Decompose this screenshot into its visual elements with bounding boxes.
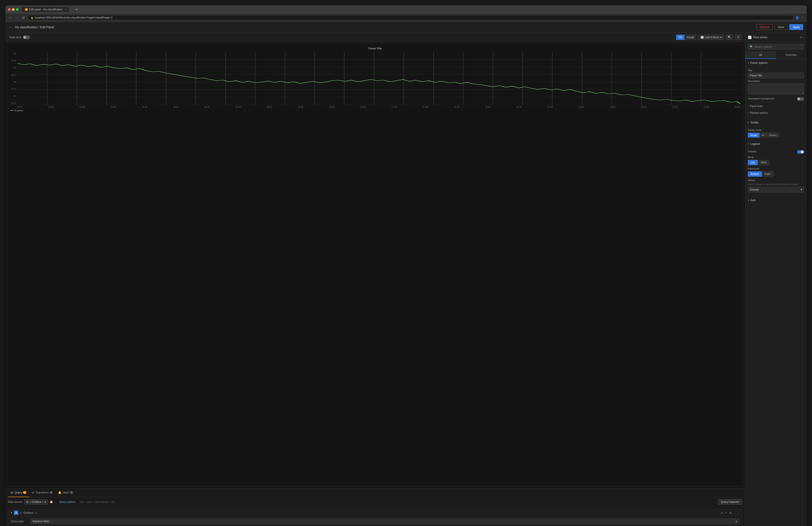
header-actions: Discard Save Apply	[756, 24, 803, 30]
actual-btn[interactable]: Actual	[684, 35, 696, 40]
transparent-bg-toggle[interactable]	[797, 97, 804, 101]
legend-values-select[interactable]: Choose ▾	[748, 187, 804, 193]
tooltip-mode-label: Tooltip mode	[748, 129, 804, 131]
discard-button[interactable]: Discard	[756, 24, 773, 30]
menu-icon[interactable]: ⋮	[801, 16, 804, 19]
toggle-visibility-btn[interactable]: 👁	[724, 511, 727, 515]
time-range-picker[interactable]: 🕐 Last 6 hours ▾	[698, 35, 724, 40]
panel-links-header[interactable]: › Panel links	[748, 103, 804, 110]
title-field: Title	[748, 69, 804, 79]
query-area: ⊟ Query 1 ⇄ Transform 0 🔔 A	[5, 488, 745, 526]
query-row-a-header: ▾ A (-- Grafana --) ⧉ 👁 🗑 ⋮⋮	[8, 509, 742, 517]
drag-query-btn[interactable]: ⋮⋮	[733, 511, 739, 515]
browser-tab[interactable]: 🟠 Edit panel - Iris classification ×	[22, 7, 69, 12]
datasource-select[interactable]: ⊟ -- Grafana -- ▾	[24, 499, 48, 504]
dot-red[interactable]	[8, 8, 11, 11]
panel-area: Table view Fill Actual 🕐 Last 6 hours ▾	[5, 32, 745, 526]
query-row-a: ▾ A (-- Grafana --) ⧉ 👁 🗑 ⋮⋮	[8, 509, 742, 526]
tab-query[interactable]: ⊟ Query 1	[8, 488, 29, 497]
legend-title: Legend	[750, 142, 760, 145]
repeat-options-header[interactable]: › Repeat options	[748, 110, 804, 116]
table-view-toggle[interactable]	[23, 35, 30, 39]
legend-values-placeholder: Choose	[750, 188, 759, 191]
legend-body: Visibility Mode List Table	[745, 148, 807, 196]
query-row-actions: ⧉ 👁 🗑 ⋮⋮	[721, 511, 739, 515]
profile-icon[interactable]: 👤	[795, 16, 799, 19]
legend-values-label: Values	[748, 179, 804, 182]
query-inspector-btn[interactable]: Query inspector	[718, 499, 742, 505]
query-tabs: ⊟ Query 1 ⇄ Transform 0 🔔 A	[5, 488, 745, 497]
delete-query-btn[interactable]: 🗑	[729, 511, 732, 515]
x-18-15: 18:15	[17, 106, 23, 108]
legend-bottom-btn[interactable]: Bottom	[748, 171, 762, 177]
legend-table-btn[interactable]: Table	[758, 160, 770, 165]
legend-visibility-toggle[interactable]	[797, 150, 804, 154]
url-text: localhost:3001/d/hlvK9tc4z/iris-classifi…	[35, 16, 113, 19]
viz-selector[interactable]: 📈 Time series ▾	[748, 35, 801, 39]
legend-label: A-series	[14, 109, 23, 112]
legend-placement-field: Placement Bottom Right	[748, 167, 804, 177]
x-22-00: 22:00	[485, 106, 491, 108]
apply-button[interactable]: Apply	[789, 24, 803, 30]
tooltip-hidden-btn[interactable]: Hidden	[767, 133, 779, 138]
tab-transform[interactable]: ⇄ Transform 0	[29, 488, 55, 497]
panel-toolbar: Table view Fill Actual 🕐 Last 6 hours ▾	[5, 32, 745, 42]
query-toolbar: Data source ⊟ -- Grafana -- ▾ ⏰ › Query …	[5, 497, 745, 507]
fill-btn[interactable]: Fill	[676, 35, 684, 40]
address-bar[interactable]: 🔒 localhost:3001/d/hlvK9tc4z/iris-classi…	[27, 15, 794, 20]
sidebar-nav-arrow[interactable]: ›	[803, 35, 804, 39]
section-tooltip-header[interactable]: ▾ Tooltip	[745, 118, 807, 127]
section-panel-options-header[interactable]: ▾ Panel options	[745, 59, 807, 67]
dot-yellow[interactable]	[12, 8, 15, 11]
tab-transform-badge: 0	[49, 491, 53, 494]
tab-alert-badge: 0	[70, 491, 73, 494]
legend-values-chevron: ▾	[801, 188, 802, 191]
title-input[interactable]	[748, 73, 804, 79]
sidebar-header: 📈 Time series ▾ ›	[745, 32, 807, 42]
tab-close-btn[interactable]: ×	[65, 9, 67, 11]
tooltip-single-btn[interactable]: Single	[748, 133, 759, 138]
section-legend-header[interactable]: ▾ Legend	[745, 140, 807, 148]
new-tab-btn[interactable]: +	[73, 6, 80, 13]
query-type-value: Random Walk	[33, 520, 49, 523]
save-button[interactable]: Save	[774, 24, 788, 30]
sidebar-tab-all[interactable]: All	[745, 52, 776, 59]
back-to-dashboard-btn[interactable]: ←	[9, 25, 12, 29]
y-label-225: 22.5	[10, 102, 16, 104]
legend-mode-label: Mode	[748, 156, 804, 158]
query-collapse-btn[interactable]: ▾	[11, 511, 12, 514]
forward-nav-btn[interactable]: →	[15, 15, 19, 20]
description-textarea[interactable]	[748, 83, 804, 94]
zoom-out-btn[interactable]: 🔍	[726, 34, 733, 40]
y-label-275: 27.5	[10, 88, 16, 90]
lock-icon: 🔒	[31, 17, 33, 19]
duplicate-query-btn[interactable]: ⧉	[721, 511, 723, 515]
tooltip-body: Tooltip mode Single All Hidden	[745, 127, 807, 140]
refresh-nav-btn[interactable]: ↺	[21, 15, 26, 20]
tooltip-all-btn[interactable]: All	[759, 133, 767, 138]
x-23-15: 23:15	[641, 106, 647, 108]
tab-alert[interactable]: 🔔 Alert 0	[55, 488, 76, 497]
x-22-30: 22:30	[548, 106, 553, 108]
query-type-select[interactable]: Random Walk ▾	[30, 518, 739, 524]
time-icon: 🕐	[700, 36, 704, 39]
x-21-00: 21:00	[360, 106, 366, 108]
query-letter-a: A	[14, 511, 18, 515]
x-23-45: 23:45	[704, 106, 709, 108]
dot-green[interactable]	[16, 8, 18, 11]
section-axis-header[interactable]: ▾ Axis	[745, 196, 807, 204]
legend-list-btn[interactable]: List	[748, 160, 758, 165]
panel-links-label: Panel links	[750, 105, 763, 108]
refresh-btn[interactable]: ↺	[735, 34, 741, 40]
sidebar-tab-overrides[interactable]: Overrides	[776, 52, 807, 59]
query-options-btn[interactable]: Query options	[57, 499, 77, 504]
time-range-chevron: ▾	[720, 36, 722, 39]
back-nav-btn[interactable]: ←	[8, 15, 13, 20]
browser-actions: 👤 ⋮	[795, 16, 804, 19]
legend-placement-group: Bottom Right	[748, 171, 804, 177]
search-input[interactable]	[754, 45, 802, 48]
legend-right-btn[interactable]: Right	[762, 171, 773, 177]
y-label-375: 37.5	[10, 59, 16, 62]
legend-chevron: ▾	[748, 143, 749, 145]
tab-transform-label: Transform	[35, 491, 48, 494]
